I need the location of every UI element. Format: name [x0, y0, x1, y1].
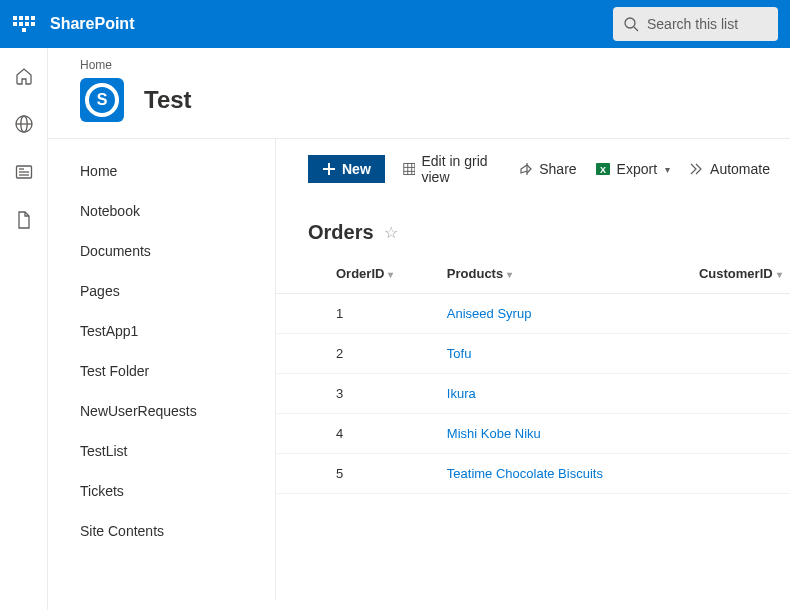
svg-text:X: X [600, 165, 606, 175]
cell-products[interactable]: Mishi Kobe Niku [437, 414, 689, 454]
nav-item-sitecontents[interactable]: Site Contents [48, 511, 275, 551]
table-row[interactable]: 3 Ikura [276, 374, 790, 414]
table-header-row: OrderID▾ Products▾ CustomerID▾ [276, 254, 790, 294]
share-label: Share [539, 161, 576, 177]
nav-item-testlist[interactable]: TestList [48, 431, 275, 471]
search-placeholder: Search this list [647, 16, 738, 32]
cell-products[interactable]: Ikura [437, 374, 689, 414]
search-box[interactable]: Search this list [613, 7, 778, 41]
site-nav: Home Notebook Documents Pages TestApp1 T… [48, 139, 276, 600]
cell-customerid [689, 294, 790, 334]
nav-item-home[interactable]: Home [48, 151, 275, 191]
cell-orderid: 2 [326, 334, 437, 374]
export-button[interactable]: X Export ▾ [595, 161, 670, 177]
list-table: OrderID▾ Products▾ CustomerID▾ 1 Aniseed… [276, 254, 790, 494]
main-area: Home S Test Home Notebook Documents Page… [48, 48, 790, 610]
file-icon[interactable] [14, 210, 34, 230]
favorite-star-icon[interactable]: ☆ [384, 223, 398, 242]
cell-products[interactable]: Aniseed Syrup [437, 294, 689, 334]
left-rail [0, 48, 48, 610]
nav-item-documents[interactable]: Documents [48, 231, 275, 271]
table-row[interactable]: 5 Teatime Chocolate Biscuits [276, 454, 790, 494]
row-selector[interactable] [276, 454, 326, 494]
svg-point-0 [625, 18, 635, 28]
chevron-down-icon: ▾ [665, 164, 670, 175]
cell-orderid: 4 [326, 414, 437, 454]
table-row[interactable]: 4 Mishi Kobe Niku [276, 414, 790, 454]
app-name[interactable]: SharePoint [50, 15, 134, 33]
app-launcher-icon[interactable] [12, 12, 36, 36]
home-icon[interactable] [14, 66, 34, 86]
new-button[interactable]: New [308, 155, 385, 183]
site-title[interactable]: Test [144, 86, 192, 114]
excel-icon: X [595, 161, 611, 177]
cell-orderid: 3 [326, 374, 437, 414]
list-title-row: Orders ☆ [276, 199, 790, 254]
list-table-wrap: OrderID▾ Products▾ CustomerID▾ 1 Aniseed… [276, 254, 790, 494]
command-bar: New Edit in grid view Share X Export ▾ [276, 139, 790, 199]
site-logo[interactable]: S [80, 78, 124, 122]
cell-customerid [689, 414, 790, 454]
cell-orderid: 5 [326, 454, 437, 494]
content-row: Home Notebook Documents Pages TestApp1 T… [48, 138, 790, 600]
nav-item-testfolder[interactable]: Test Folder [48, 351, 275, 391]
row-selector[interactable] [276, 334, 326, 374]
share-button[interactable]: Share [517, 161, 576, 177]
row-selector[interactable] [276, 374, 326, 414]
column-header-orderid[interactable]: OrderID▾ [326, 254, 437, 294]
share-icon [517, 161, 533, 177]
column-header-customerid[interactable]: CustomerID▾ [689, 254, 790, 294]
breadcrumb[interactable]: Home [80, 58, 758, 72]
table-row[interactable]: 2 Tofu [276, 334, 790, 374]
chevron-down-icon: ▾ [777, 269, 782, 280]
flow-icon [688, 161, 704, 177]
list-title: Orders [308, 221, 374, 244]
nav-item-pages[interactable]: Pages [48, 271, 275, 311]
edit-grid-label: Edit in grid view [421, 153, 499, 185]
site-hub: Home S Test [48, 48, 790, 138]
column-header-products[interactable]: Products▾ [437, 254, 689, 294]
table-row[interactable]: 1 Aniseed Syrup [276, 294, 790, 334]
svg-rect-11 [404, 163, 415, 174]
chevron-down-icon: ▾ [388, 269, 393, 280]
nav-item-testapp1[interactable]: TestApp1 [48, 311, 275, 351]
edit-grid-button[interactable]: Edit in grid view [403, 153, 499, 185]
cell-products[interactable]: Teatime Chocolate Biscuits [437, 454, 689, 494]
select-all-column[interactable] [276, 254, 326, 294]
site-logo-letter: S [97, 91, 108, 109]
cell-customerid [689, 454, 790, 494]
chevron-down-icon: ▾ [507, 269, 512, 280]
news-icon[interactable] [14, 162, 34, 182]
grid-icon [403, 161, 416, 177]
row-selector[interactable] [276, 294, 326, 334]
header-bar: SharePoint Search this list [0, 0, 790, 48]
cell-products[interactable]: Tofu [437, 334, 689, 374]
svg-line-1 [634, 27, 638, 31]
nav-item-newuserrequests[interactable]: NewUserRequests [48, 391, 275, 431]
export-label: Export [617, 161, 657, 177]
new-button-label: New [342, 161, 371, 177]
nav-item-tickets[interactable]: Tickets [48, 471, 275, 511]
row-selector[interactable] [276, 414, 326, 454]
cell-orderid: 1 [326, 294, 437, 334]
search-icon [623, 16, 639, 32]
list-area: New Edit in grid view Share X Export ▾ [276, 139, 790, 600]
nav-item-notebook[interactable]: Notebook [48, 191, 275, 231]
automate-button[interactable]: Automate [688, 161, 770, 177]
site-title-row: S Test [80, 78, 758, 122]
cell-customerid [689, 334, 790, 374]
cell-customerid [689, 374, 790, 414]
plus-icon [322, 162, 336, 176]
automate-label: Automate [710, 161, 770, 177]
globe-icon[interactable] [14, 114, 34, 134]
